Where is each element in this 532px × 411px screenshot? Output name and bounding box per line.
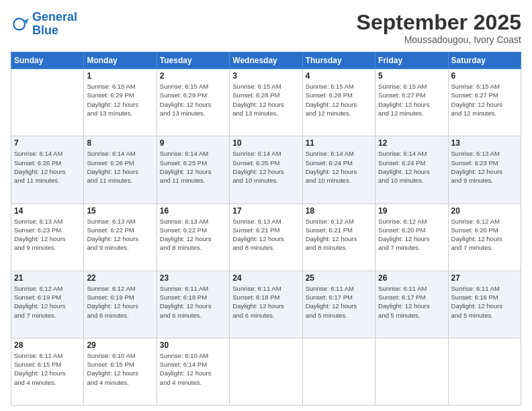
table-row: 19Sunrise: 6:12 AM Sunset: 6:20 PM Dayli… <box>375 203 448 271</box>
day-number: 28 <box>14 340 81 350</box>
table-row: 25Sunrise: 6:11 AM Sunset: 6:17 PM Dayli… <box>302 271 375 338</box>
sun-info: Sunrise: 6:15 AM Sunset: 6:28 PM Dayligh… <box>232 82 299 118</box>
calendar-week-row: 28Sunrise: 6:11 AM Sunset: 6:15 PM Dayli… <box>11 338 521 405</box>
sun-info: Sunrise: 6:15 AM Sunset: 6:27 PM Dayligh… <box>378 82 445 118</box>
table-row: 1Sunrise: 6:15 AM Sunset: 6:29 PM Daylig… <box>84 69 157 136</box>
day-number: 27 <box>451 273 518 283</box>
page-container: General Blue September 2025 Moussadougou… <box>0 0 532 411</box>
table-row: 24Sunrise: 6:11 AM Sunset: 6:18 PM Dayli… <box>230 271 302 338</box>
day-number: 25 <box>306 273 372 283</box>
logo-general: General <box>32 10 77 24</box>
day-number: 6 <box>451 71 518 81</box>
svg-point-0 <box>13 18 25 30</box>
day-number: 3 <box>232 71 299 81</box>
table-row: 10Sunrise: 6:14 AM Sunset: 6:25 PM Dayli… <box>230 136 302 203</box>
day-number: 30 <box>160 340 226 350</box>
table-row: 9Sunrise: 6:14 AM Sunset: 6:25 PM Daylig… <box>157 136 229 203</box>
table-row: 27Sunrise: 6:11 AM Sunset: 6:16 PM Dayli… <box>448 271 521 338</box>
table-row: 30Sunrise: 6:10 AM Sunset: 6:14 PM Dayli… <box>157 338 229 405</box>
col-wednesday: Wednesday <box>230 52 302 69</box>
sun-info: Sunrise: 6:15 AM Sunset: 6:29 PM Dayligh… <box>87 82 153 118</box>
table-row: 22Sunrise: 6:12 AM Sunset: 6:19 PM Dayli… <box>84 271 157 338</box>
logo-icon <box>11 15 30 34</box>
calendar-header-row: Sunday Monday Tuesday Wednesday Thursday… <box>11 52 521 69</box>
table-row: 11Sunrise: 6:14 AM Sunset: 6:24 PM Dayli… <box>302 136 375 203</box>
table-row <box>230 338 302 405</box>
sun-info: Sunrise: 6:11 AM Sunset: 6:18 PM Dayligh… <box>160 284 226 320</box>
table-row: 28Sunrise: 6:11 AM Sunset: 6:15 PM Dayli… <box>11 338 84 405</box>
day-number: 18 <box>306 206 372 216</box>
sun-info: Sunrise: 6:14 AM Sunset: 6:24 PM Dayligh… <box>306 149 372 185</box>
day-number: 13 <box>451 138 518 148</box>
day-number: 24 <box>232 273 299 283</box>
day-number: 10 <box>232 138 299 148</box>
calendar-week-row: 14Sunrise: 6:13 AM Sunset: 6:23 PM Dayli… <box>11 203 521 271</box>
calendar-week-row: 7Sunrise: 6:14 AM Sunset: 6:26 PM Daylig… <box>11 136 521 203</box>
day-number: 11 <box>306 138 372 148</box>
sun-info: Sunrise: 6:13 AM Sunset: 6:23 PM Dayligh… <box>14 217 81 253</box>
table-row: 16Sunrise: 6:13 AM Sunset: 6:22 PM Dayli… <box>157 203 229 271</box>
day-number: 9 <box>160 138 226 148</box>
day-number: 14 <box>14 206 81 216</box>
day-number: 20 <box>451 206 518 216</box>
sun-info: Sunrise: 6:14 AM Sunset: 6:24 PM Dayligh… <box>378 149 445 185</box>
table-row: 3Sunrise: 6:15 AM Sunset: 6:28 PM Daylig… <box>230 69 302 136</box>
sun-info: Sunrise: 6:14 AM Sunset: 6:25 PM Dayligh… <box>160 149 226 185</box>
table-row: 23Sunrise: 6:11 AM Sunset: 6:18 PM Dayli… <box>157 271 229 338</box>
col-thursday: Thursday <box>302 52 375 69</box>
day-number: 12 <box>378 138 445 148</box>
table-row: 8Sunrise: 6:14 AM Sunset: 6:26 PM Daylig… <box>84 136 157 203</box>
sun-info: Sunrise: 6:13 AM Sunset: 6:22 PM Dayligh… <box>160 217 226 253</box>
day-number: 16 <box>160 206 226 216</box>
table-row <box>375 338 448 405</box>
table-row: 7Sunrise: 6:14 AM Sunset: 6:26 PM Daylig… <box>11 136 84 203</box>
sun-info: Sunrise: 6:10 AM Sunset: 6:15 PM Dayligh… <box>87 351 153 387</box>
table-row: 14Sunrise: 6:13 AM Sunset: 6:23 PM Dayli… <box>11 203 84 271</box>
calendar-week-row: 21Sunrise: 6:12 AM Sunset: 6:19 PM Dayli… <box>11 271 521 338</box>
day-number: 4 <box>306 71 372 81</box>
table-row: 20Sunrise: 6:12 AM Sunset: 6:20 PM Dayli… <box>448 203 521 271</box>
table-row: 26Sunrise: 6:11 AM Sunset: 6:17 PM Dayli… <box>375 271 448 338</box>
logo: General Blue <box>11 11 77 38</box>
header: General Blue September 2025 Moussadougou… <box>11 11 521 45</box>
day-number: 15 <box>87 206 153 216</box>
sun-info: Sunrise: 6:15 AM Sunset: 6:29 PM Dayligh… <box>160 82 226 118</box>
title-block: September 2025 Moussadougou, Ivory Coast <box>357 11 521 45</box>
sun-info: Sunrise: 6:15 AM Sunset: 6:27 PM Dayligh… <box>451 82 518 118</box>
table-row: 18Sunrise: 6:12 AM Sunset: 6:21 PM Dayli… <box>302 203 375 271</box>
table-row: 15Sunrise: 6:13 AM Sunset: 6:22 PM Dayli… <box>84 203 157 271</box>
col-saturday: Saturday <box>448 52 521 69</box>
day-number: 5 <box>378 71 445 81</box>
sun-info: Sunrise: 6:12 AM Sunset: 6:20 PM Dayligh… <box>451 217 518 253</box>
table-row: 17Sunrise: 6:13 AM Sunset: 6:21 PM Dayli… <box>230 203 302 271</box>
day-number: 7 <box>14 138 81 148</box>
day-number: 23 <box>160 273 226 283</box>
month-title: September 2025 <box>357 11 521 34</box>
calendar-week-row: 1Sunrise: 6:15 AM Sunset: 6:29 PM Daylig… <box>11 69 521 136</box>
sun-info: Sunrise: 6:12 AM Sunset: 6:21 PM Dayligh… <box>306 217 372 253</box>
sun-info: Sunrise: 6:12 AM Sunset: 6:19 PM Dayligh… <box>87 284 153 320</box>
sun-info: Sunrise: 6:15 AM Sunset: 6:28 PM Dayligh… <box>306 82 372 118</box>
table-row: 21Sunrise: 6:12 AM Sunset: 6:19 PM Dayli… <box>11 271 84 338</box>
sun-info: Sunrise: 6:11 AM Sunset: 6:18 PM Dayligh… <box>232 284 299 320</box>
sun-info: Sunrise: 6:11 AM Sunset: 6:17 PM Dayligh… <box>378 284 445 320</box>
table-row: 5Sunrise: 6:15 AM Sunset: 6:27 PM Daylig… <box>375 69 448 136</box>
sun-info: Sunrise: 6:13 AM Sunset: 6:21 PM Dayligh… <box>232 217 299 253</box>
col-friday: Friday <box>375 52 448 69</box>
sun-info: Sunrise: 6:14 AM Sunset: 6:26 PM Dayligh… <box>14 149 81 185</box>
day-number: 1 <box>87 71 153 81</box>
table-row <box>448 338 521 405</box>
day-number: 21 <box>14 273 81 283</box>
col-sunday: Sunday <box>11 52 84 69</box>
table-row: 13Sunrise: 6:13 AM Sunset: 6:23 PM Dayli… <box>448 136 521 203</box>
sun-info: Sunrise: 6:10 AM Sunset: 6:14 PM Dayligh… <box>160 351 226 387</box>
calendar-table: Sunday Monday Tuesday Wednesday Thursday… <box>11 52 521 406</box>
day-number: 29 <box>87 340 153 350</box>
sun-info: Sunrise: 6:14 AM Sunset: 6:25 PM Dayligh… <box>232 149 299 185</box>
logo-text: General Blue <box>32 11 77 38</box>
sun-info: Sunrise: 6:12 AM Sunset: 6:20 PM Dayligh… <box>378 217 445 253</box>
table-row: 6Sunrise: 6:15 AM Sunset: 6:27 PM Daylig… <box>448 69 521 136</box>
day-number: 2 <box>160 71 226 81</box>
col-tuesday: Tuesday <box>157 52 229 69</box>
day-number: 8 <box>87 138 153 148</box>
